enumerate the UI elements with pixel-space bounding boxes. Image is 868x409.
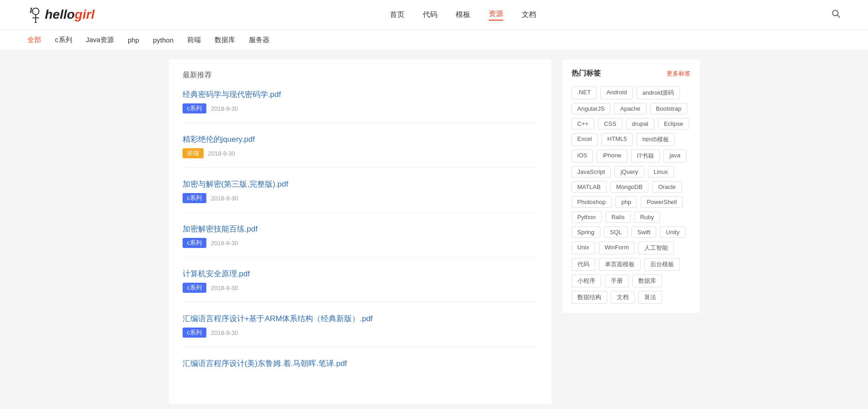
hot-tag-ruby[interactable]: Ruby (634, 211, 660, 223)
hot-tag[interactable]: AngularJS (571, 103, 611, 114)
search-icon (831, 9, 841, 18)
hot-tag[interactable]: Android (600, 86, 633, 99)
article-tag[interactable]: 前端 (183, 148, 204, 158)
subnav-server[interactable]: 服务器 (249, 36, 270, 44)
article-title[interactable]: 汇编语言程序设计(美)东鲁姆.着.马朝晖.笔译.pdf (183, 358, 538, 369)
article-date: 2018-9-30 (208, 150, 235, 157)
article-item: 加密解密技能百练.pdf c系列 2018-9-30 (183, 224, 538, 258)
hot-tag[interactable]: PowerShell (641, 196, 683, 208)
hot-tag[interactable]: android源码 (636, 86, 680, 99)
hot-tag[interactable]: Python (571, 211, 602, 223)
nav-code[interactable]: 代码 (423, 10, 437, 20)
logo[interactable]: I hellogirl (27, 6, 95, 23)
hot-tag[interactable]: Unix (571, 242, 595, 254)
hot-tag[interactable]: WinForm (599, 242, 635, 254)
hot-tag[interactable]: 人工智能 (638, 242, 674, 254)
article-item: 汇编语言程序设计+基于ARM体系结构（经典新版）.pdf c系列 2018-9-… (183, 313, 538, 347)
article-date: 2018-9-30 (211, 105, 238, 112)
svg-line-4 (36, 22, 39, 23)
article-meta: c系列 2018-9-30 (183, 103, 538, 113)
hot-tag[interactable]: Linux (648, 166, 674, 178)
article-date: 2018-9-30 (211, 329, 238, 336)
hot-tag[interactable]: Bootstrap (650, 103, 688, 114)
svg-line-7 (837, 15, 840, 17)
hot-tag[interactable]: Eclipse (658, 118, 689, 129)
hot-tag[interactable]: IT书籍 (631, 150, 660, 162)
hot-tag[interactable]: 文档 (611, 291, 635, 304)
hot-tag[interactable]: MongoDB (610, 181, 649, 193)
article-title[interactable]: 精彩绝伦的jquery.pdf (183, 134, 538, 145)
article-title[interactable]: 汇编语言程序设计+基于ARM体系结构（经典新版）.pdf (183, 313, 538, 324)
svg-line-3 (32, 22, 36, 23)
content-area: 最新推荐 经典密码学与现代密码学.pdf c系列 2018-9-30 精彩绝伦的… (169, 59, 551, 404)
hot-tag[interactable]: 算法 (638, 291, 662, 304)
hot-tag[interactable]: php (615, 196, 637, 208)
hot-tag[interactable]: Apache (614, 103, 646, 114)
logo-hello: hello (45, 7, 75, 22)
hot-tag[interactable]: 数据库 (632, 274, 662, 287)
nav-resource[interactable]: 资源 (489, 9, 503, 21)
hot-tag[interactable]: 手册 (605, 274, 629, 287)
hot-tag[interactable]: jQuery (615, 166, 644, 178)
subnav-frontend[interactable]: 前端 (187, 36, 201, 44)
article-title[interactable]: 经典密码学与现代密码学.pdf (183, 89, 538, 100)
subnav-python[interactable]: python (153, 36, 173, 44)
logo-icon: I (27, 6, 44, 23)
hot-tag-unity[interactable]: Unity (660, 226, 685, 238)
hot-tag[interactable]: Spring (571, 226, 601, 238)
hot-tag[interactable]: Oracle (652, 181, 681, 193)
sub-nav: 全部 c系列 Java资源 php python 前端 数据库 服务器 (0, 30, 868, 50)
nav-home[interactable]: 首页 (390, 10, 404, 20)
article-title[interactable]: 加密解密技能百练.pdf (183, 224, 538, 234)
hot-tag[interactable]: MATLAB (571, 181, 607, 193)
hot-tag[interactable]: 后台模板 (644, 258, 680, 271)
article-item: 经典密码学与现代密码学.pdf c系列 2018-9-30 (183, 89, 538, 123)
article-date: 2018-9-30 (211, 285, 238, 291)
hot-tag[interactable]: 单页面模板 (599, 258, 641, 271)
article-tag[interactable]: c系列 (183, 103, 207, 113)
subnav-php[interactable]: php (128, 36, 139, 44)
article-tag[interactable]: c系列 (183, 328, 207, 338)
hot-tag[interactable]: .NET (571, 86, 597, 99)
nav-docs[interactable]: 文档 (522, 10, 536, 20)
article-meta: c系列 2018-9-30 (183, 193, 538, 203)
hot-tag[interactable]: 代码 (571, 258, 595, 271)
tags-grid: .NET Android android源码 AngularJS Apache … (571, 86, 690, 304)
hot-tag[interactable]: html5模板 (636, 133, 675, 146)
search-button[interactable] (831, 9, 841, 21)
article-tag[interactable]: c系列 (183, 238, 207, 248)
subnav-database[interactable]: 数据库 (215, 36, 235, 44)
hot-tag[interactable]: 小程序 (571, 274, 601, 287)
subnav-java[interactable]: Java资源 (86, 36, 114, 44)
hot-tag-iphone[interactable]: iPhone (597, 150, 627, 162)
article-title[interactable]: 加密与解密(第三版,完整版).pdf (183, 179, 538, 189)
article-date: 2018-9-30 (211, 240, 238, 247)
subnav-c[interactable]: c系列 (55, 36, 72, 44)
hot-tag[interactable]: java (663, 150, 686, 162)
section-title: 最新推荐 (183, 70, 538, 80)
hot-tag[interactable]: C++ (571, 118, 595, 129)
hot-tag[interactable]: CSS (598, 118, 622, 129)
hot-tag[interactable]: Rails (605, 211, 631, 223)
hot-tag[interactable]: HTML5 (601, 133, 633, 146)
logo-girl: girl (75, 7, 95, 22)
hot-tag-photoshop[interactable]: Photoshop (571, 196, 612, 208)
article-item: 计算机安全原理.pdf c系列 2018-9-30 (183, 269, 538, 302)
hot-tag[interactable]: 数据结构 (571, 291, 607, 304)
hot-tag[interactable]: Swift (631, 226, 656, 238)
more-tags-link[interactable]: 更多标签 (667, 70, 690, 78)
hot-tag[interactable]: iOS (571, 150, 593, 162)
article-meta: 前端 2018-9-30 (183, 148, 538, 158)
article-tag[interactable]: c系列 (183, 283, 207, 293)
hot-tag[interactable]: SQL (604, 226, 628, 238)
nav-template[interactable]: 模板 (456, 10, 470, 20)
hot-tag[interactable]: drupal (626, 118, 654, 129)
subnav-all[interactable]: 全部 (27, 36, 41, 44)
hot-tag[interactable]: JavaScript (571, 166, 611, 178)
main-container: 最新推荐 经典密码学与现代密码学.pdf c系列 2018-9-30 精彩绝伦的… (141, 50, 727, 409)
svg-point-0 (32, 8, 39, 15)
hot-tag[interactable]: Excel (571, 133, 598, 146)
article-title[interactable]: 计算机安全原理.pdf (183, 269, 538, 279)
article-date: 2018-9-30 (211, 195, 238, 202)
article-tag[interactable]: c系列 (183, 193, 207, 203)
